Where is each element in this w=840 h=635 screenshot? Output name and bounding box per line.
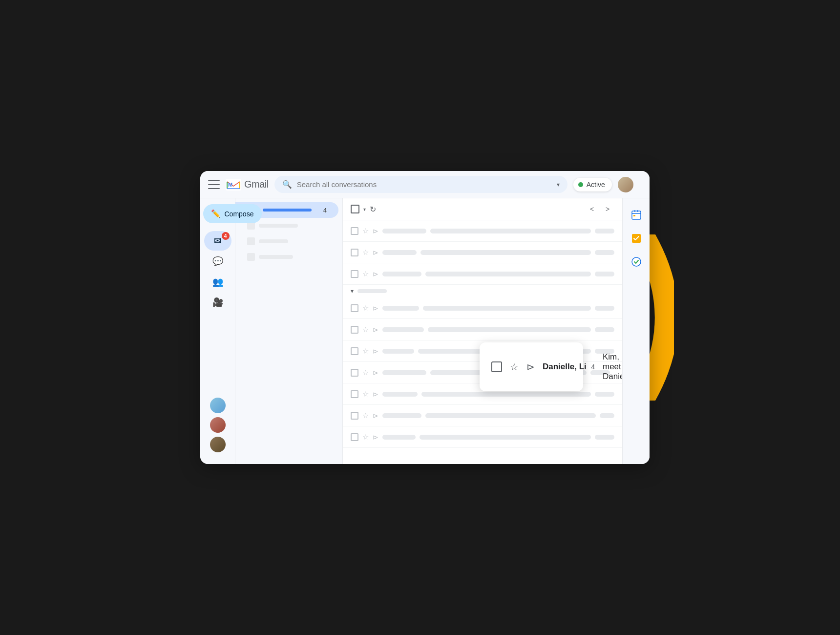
next-page-button[interactable]: > — [601, 202, 614, 216]
email-sender-bar — [382, 392, 418, 397]
email-date-bar — [595, 229, 614, 233]
email-subject-bar — [421, 392, 591, 397]
folder-item-4[interactable] — [235, 249, 338, 265]
compose-icon: ✏️ — [211, 209, 221, 218]
pagination-nav: < > — [585, 202, 614, 216]
row-checkbox[interactable] — [351, 326, 358, 334]
email-date-bar — [595, 250, 614, 255]
email-subject-bar — [430, 229, 591, 233]
email-date-bar — [595, 435, 614, 440]
email-subject-bar — [420, 435, 591, 440]
sidebar-item-spaces[interactable]: 👥 — [204, 272, 231, 292]
prev-page-button[interactable]: < — [585, 202, 599, 216]
refresh-icon[interactable]: ↻ — [370, 205, 376, 214]
calendar-app-icon[interactable] — [626, 204, 647, 226]
active-dot-icon — [578, 182, 583, 187]
email-sender-bar — [382, 272, 421, 276]
email-row[interactable]: ☆ ⊳ — [343, 405, 622, 426]
right-sidebar — [622, 198, 650, 464]
email-row[interactable]: ☆ ⊳ — [343, 263, 622, 285]
label-icon: ⊳ — [373, 304, 378, 312]
row-checkbox[interactable] — [351, 390, 358, 398]
star-icon[interactable]: ☆ — [362, 270, 369, 278]
tooltip-label-icon: ⊳ — [526, 361, 535, 373]
label-icon: ⊳ — [373, 249, 378, 256]
inbox-icon: ✉ — [214, 235, 221, 246]
bottom-avatar-1[interactable] — [210, 398, 226, 413]
bottom-avatars-area — [210, 398, 226, 458]
collapsed-section[interactable]: ▾ — [343, 285, 622, 297]
email-sender-bar — [382, 349, 414, 354]
search-bar[interactable]: 🔍 ▾ — [274, 176, 567, 193]
main-area: ✏️ Compose ✉ 4 💬 👥 🎥 — [200, 198, 650, 464]
keep-app-icon[interactable] — [626, 251, 647, 273]
star-icon[interactable]: ☆ — [362, 433, 369, 442]
star-icon[interactable]: ☆ — [362, 368, 369, 377]
email-row[interactable]: ☆ ⊳ — [343, 220, 622, 242]
row-checkbox[interactable] — [351, 304, 358, 312]
row-checkbox[interactable] — [351, 412, 358, 420]
spaces-icon: 👥 — [212, 276, 223, 287]
select-all-chevron-icon[interactable]: ▾ — [363, 207, 366, 212]
email-row[interactable]: ☆ ⊳ — [343, 242, 622, 263]
tasks-app-icon[interactable] — [626, 228, 647, 249]
bottom-avatar-2[interactable] — [210, 417, 226, 433]
active-status-badge[interactable]: Active — [573, 178, 612, 191]
email-sender-bar — [382, 229, 426, 233]
email-date-bar — [595, 327, 614, 332]
email-toolbar: ▾ ↻ < > — [343, 198, 622, 220]
follow-up-tooltip-row[interactable]: ☆ ⊳ Danielle, Li 4 Kim, meet Danielle Se… — [480, 342, 583, 391]
hamburger-menu[interactable] — [208, 180, 220, 189]
star-icon[interactable]: ☆ — [362, 411, 369, 420]
star-icon[interactable]: ☆ — [362, 390, 369, 399]
label-icon: ⊳ — [373, 326, 378, 334]
star-icon[interactable]: ☆ — [362, 248, 369, 257]
search-input[interactable] — [297, 180, 552, 189]
email-date-bar — [595, 272, 614, 276]
tooltip-star-icon[interactable]: ☆ — [510, 361, 519, 373]
email-sender-bar — [382, 327, 424, 332]
star-icon[interactable]: ☆ — [362, 227, 369, 235]
gmail-logo-icon: M — [226, 179, 241, 190]
row-checkbox[interactable] — [351, 433, 358, 441]
inbox-badge: 4 — [222, 232, 230, 240]
row-checkbox[interactable] — [351, 347, 358, 355]
folder-inbox-bar — [263, 209, 312, 212]
sidebar-item-inbox[interactable]: ✉ 4 — [204, 231, 231, 251]
svg-rect-5 — [633, 215, 635, 216]
row-checkbox[interactable] — [351, 270, 358, 278]
folder-panel: 4 — [235, 198, 343, 464]
user-avatar[interactable] — [618, 177, 633, 192]
email-sender-bar — [382, 413, 421, 418]
select-all-checkbox[interactable] — [351, 205, 359, 213]
star-icon[interactable]: ☆ — [362, 325, 369, 334]
compose-button[interactable]: ✏️ Compose — [203, 204, 262, 223]
label-icon: ⊳ — [373, 369, 378, 377]
star-icon[interactable]: ☆ — [362, 347, 369, 356]
bottom-avatar-3[interactable] — [210, 437, 226, 452]
app-name-label: Gmail — [244, 179, 269, 190]
email-date-bar — [600, 413, 614, 418]
row-checkbox[interactable] — [351, 369, 358, 377]
sidebar-item-chat[interactable]: 💬 — [204, 252, 231, 271]
svg-rect-3 — [634, 210, 635, 212]
svg-text:M: M — [228, 182, 232, 188]
row-checkbox[interactable] — [351, 227, 358, 235]
tooltip-sender: Danielle, Li 4 — [543, 362, 595, 372]
email-row[interactable]: ☆ ⊳ — [343, 319, 622, 340]
email-row[interactable]: ☆ ⊳ — [343, 426, 622, 448]
label-icon: ⊳ — [373, 227, 378, 235]
search-dropdown-icon[interactable]: ▾ — [557, 181, 560, 188]
sidebar-item-meet[interactable]: 🎥 — [204, 293, 231, 312]
hamburger-line-3 — [208, 188, 220, 189]
svg-rect-4 — [637, 210, 638, 212]
hamburger-line-1 — [208, 180, 220, 181]
row-checkbox[interactable] — [351, 249, 358, 256]
compose-label: Compose — [225, 210, 254, 218]
star-icon[interactable]: ☆ — [362, 304, 369, 313]
collapse-label-bar — [357, 289, 387, 293]
tooltip-checkbox[interactable] — [491, 361, 502, 372]
tooltip-subject: Kim, meet Danielle — [603, 352, 622, 381]
email-row[interactable]: ☆ ⊳ — [343, 297, 622, 319]
folder-item-3[interactable] — [235, 233, 338, 249]
